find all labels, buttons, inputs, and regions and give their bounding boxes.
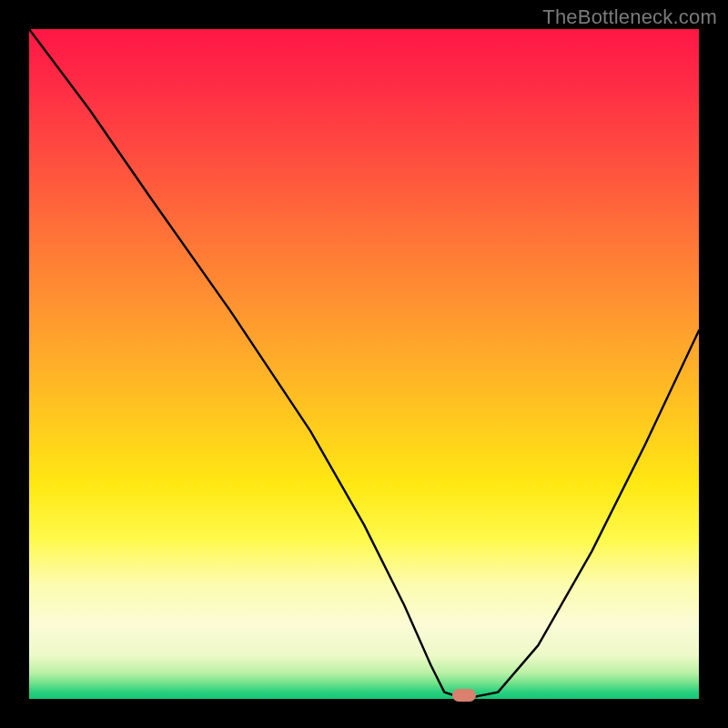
bottleneck-curve	[29, 29, 699, 699]
watermark-text: TheBottleneck.com	[542, 5, 717, 29]
plot-area	[29, 29, 699, 699]
chart-frame: TheBottleneck.com	[0, 0, 728, 728]
optimal-point-marker	[452, 689, 476, 702]
